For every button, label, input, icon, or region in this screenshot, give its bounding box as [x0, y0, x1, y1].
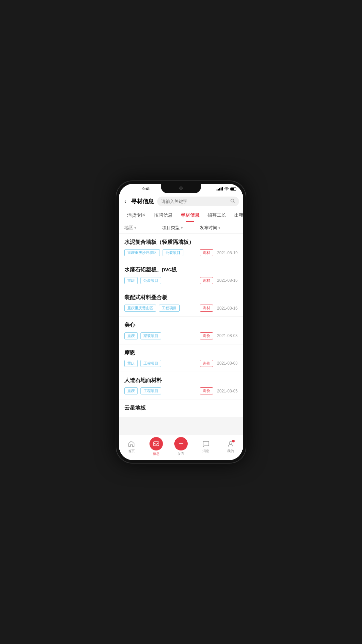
- filter-type-arrow: ▾: [181, 226, 183, 230]
- filter-region-arrow: ▾: [134, 226, 136, 230]
- svg-point-0: [226, 190, 227, 191]
- item-meta: 重庆 工程项目 询价 2021-08-05: [124, 387, 238, 394]
- status-time: 9:41: [122, 187, 150, 191]
- item-title: 装配式材料叠合板: [124, 294, 238, 301]
- search-input[interactable]: [161, 199, 228, 204]
- item-title: 云星地板: [124, 404, 238, 412]
- phone-screen: 9:41 ‹ 寻材信息: [119, 184, 243, 460]
- nav-home-label: 首页: [128, 449, 135, 453]
- status-icons: [217, 187, 236, 191]
- nav-message-label: 消息: [202, 449, 209, 453]
- item-tag-region: 重庆: [124, 332, 138, 339]
- list-item[interactable]: 装配式材料叠合板 重庆重庆璧山区 工程项目 询材 2021-08-16: [119, 289, 243, 316]
- item-tag-region: 重庆重庆沙坪坝区: [124, 249, 160, 256]
- filter-region[interactable]: 地区 ▾: [124, 225, 162, 231]
- home-icon: [127, 440, 135, 448]
- item-title: 美心: [124, 321, 238, 329]
- inquiry-badge: 询材: [200, 277, 213, 284]
- item-meta: 重庆重庆沙坪坝区 公装项目 询材 2021-08-19: [124, 249, 238, 256]
- item-title: 水泥复合墙板（轻质隔墙板）: [124, 238, 238, 246]
- nav-message[interactable]: 消息: [193, 440, 218, 453]
- nav-publish[interactable]: 发布: [169, 437, 193, 456]
- nav-mine[interactable]: 我的: [218, 440, 243, 453]
- tab-chuzuxi[interactable]: 出租信: [230, 209, 243, 222]
- item-meta: 重庆 工程项目 询价 2021-08-08: [124, 360, 238, 367]
- item-tags: 重庆 工程项目: [124, 360, 197, 367]
- nav-mine-label: 我的: [227, 449, 234, 453]
- item-tags: 重庆重庆璧山区 工程项目: [124, 305, 197, 312]
- item-meta: 重庆 家装项目 询价 2021-08-08: [124, 332, 238, 339]
- camera: [179, 186, 183, 190]
- item-right: 询价 2021-08-05: [200, 387, 238, 394]
- item-tag-region: 重庆: [124, 360, 138, 367]
- tab-taohuo[interactable]: 淘货专区: [123, 209, 150, 222]
- header: ‹ 寻材信息: [119, 194, 243, 209]
- svg-rect-3: [154, 442, 159, 446]
- tab-bar: 淘货专区 招聘信息 寻材信息 招募工长 出租信: [119, 209, 243, 222]
- item-date: 2021-08-16: [217, 306, 238, 311]
- user-badge: [232, 440, 235, 442]
- item-right: 询材 2021-08-16: [200, 305, 238, 312]
- item-tags: 重庆 工程项目: [124, 387, 197, 394]
- search-icon[interactable]: [230, 199, 235, 204]
- item-right: 询价 2021-08-08: [200, 332, 238, 339]
- filter-bar: 地区 ▾ 项目类型 ▾ 发布时间 ▾: [119, 222, 243, 234]
- svg-point-6: [229, 441, 232, 444]
- signal-icon: [217, 187, 223, 191]
- item-tag-type: 家装项目: [140, 332, 161, 339]
- content-list: 水泥复合墙板（轻质隔墙板） 重庆重庆沙坪坝区 公装项目 询材 2021-08-1…: [119, 234, 243, 435]
- item-title: 水磨石铝塑板、pvc板: [124, 266, 238, 273]
- plus-icon: [174, 437, 188, 450]
- item-date: 2021-08-08: [217, 361, 238, 366]
- list-item[interactable]: 水磨石铝塑板、pvc板 重庆 公装项目 询材 2021-08-16: [119, 261, 243, 288]
- mail-icon: [149, 437, 163, 450]
- tab-zhaogong[interactable]: 招募工长: [203, 209, 230, 222]
- item-date: 2021-08-16: [217, 278, 238, 283]
- wifi-icon: [224, 187, 229, 191]
- item-tag-region: 重庆: [124, 387, 138, 394]
- page-title: 寻材信息: [131, 198, 154, 205]
- nav-publish-label: 发布: [178, 451, 184, 456]
- back-button[interactable]: ‹: [123, 197, 128, 206]
- inquiry-badge: 询价: [200, 387, 213, 394]
- list-item[interactable]: 云星地板: [119, 399, 243, 417]
- filter-time[interactable]: 发布时间 ▾: [200, 225, 238, 231]
- filter-time-arrow: ▾: [219, 226, 220, 230]
- item-tag-region: 重庆重庆璧山区: [124, 305, 156, 312]
- inquiry-badge: 询价: [200, 360, 213, 367]
- item-tags: 重庆 家装项目: [124, 332, 197, 339]
- item-right: 询材 2021-08-19: [200, 249, 238, 256]
- tab-zhaopin[interactable]: 招聘信息: [150, 209, 177, 222]
- filter-type[interactable]: 项目类型 ▾: [162, 225, 200, 231]
- item-tag-type: 公装项目: [163, 249, 183, 256]
- item-tag-type: 工程项目: [140, 387, 161, 394]
- item-tags: 重庆重庆沙坪坝区 公装项目: [124, 249, 197, 256]
- nav-info-label: 信息: [153, 451, 160, 456]
- svg-line-2: [234, 202, 235, 203]
- item-tags: 重庆 公装项目: [124, 277, 197, 284]
- list-item[interactable]: 摩恩 重庆 工程项目 询价 2021-08-08: [119, 344, 243, 372]
- inquiry-badge: 询材: [200, 249, 213, 256]
- search-bar[interactable]: [157, 197, 239, 206]
- item-date: 2021-08-05: [217, 389, 238, 393]
- item-tag-type: 工程项目: [159, 305, 180, 312]
- nav-home[interactable]: 首页: [119, 440, 144, 453]
- item-title: 摩恩: [124, 349, 238, 357]
- bottom-nav: 首页 信息 发布: [119, 435, 243, 460]
- inquiry-badge: 询价: [200, 332, 213, 339]
- inquiry-badge: 询材: [200, 305, 213, 312]
- item-title: 人造石地面材料: [124, 377, 238, 384]
- nav-info[interactable]: 信息: [144, 437, 169, 456]
- list-item[interactable]: 美心 重庆 家装项目 询价 2021-08-08: [119, 317, 243, 344]
- user-icon: [227, 440, 235, 448]
- tab-xuncai[interactable]: 寻材信息: [177, 209, 203, 222]
- notch: [161, 184, 201, 193]
- item-meta: 重庆重庆璧山区 工程项目 询材 2021-08-16: [124, 305, 238, 312]
- item-tag-type: 工程项目: [140, 360, 161, 367]
- list-item[interactable]: 人造石地面材料 重庆 工程项目 询价 2021-08-05: [119, 372, 243, 399]
- list-item[interactable]: 水泥复合墙板（轻质隔墙板） 重庆重庆沙坪坝区 公装项目 询材 2021-08-1…: [119, 234, 243, 261]
- item-right: 询价 2021-08-08: [200, 360, 238, 367]
- item-tag-region: 重庆: [124, 277, 138, 284]
- item-date: 2021-08-19: [217, 251, 238, 255]
- item-meta: 重庆 公装项目 询材 2021-08-16: [124, 277, 238, 284]
